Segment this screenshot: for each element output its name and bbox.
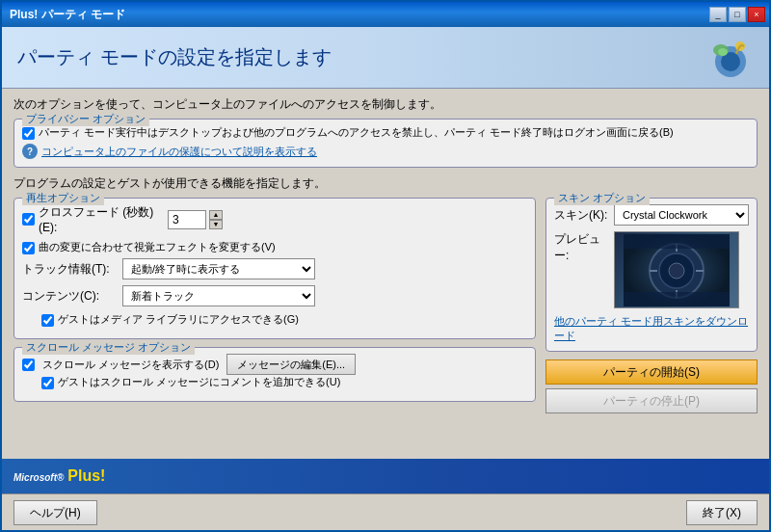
media-lib-checkbox[interactable] (41, 314, 54, 327)
skin-preview-svg (624, 234, 730, 306)
titlebar-buttons: _ □ × (709, 7, 765, 22)
media-lib-label: ゲストはメディア ライブラリにアクセスできる(G) (58, 312, 299, 327)
crossfade-checkbox[interactable] (22, 213, 35, 226)
scroll-label: スクロール メッセージを表示する(D) (42, 358, 219, 372)
content-label: コンテンツ(C): (22, 288, 119, 305)
privacy-link-row: ? コンピュータ上のファイルの保護について説明を表示する (22, 144, 749, 159)
right-column: スキン オプション スキン(K): Crystal Clockwork プレビュ… (545, 198, 758, 413)
skin-preview-row: プレビュー: (554, 231, 749, 308)
privacy-group: プライバシー オプション パーティ モード実行中はデスクトップおよび他のプログラ… (13, 119, 758, 168)
content-area: 次のオプションを使って、コンピュータ上のファイルへのアクセスを制御します。 プラ… (2, 89, 769, 459)
exit-button[interactable]: 終了(X) (686, 500, 758, 525)
footer: Microsoft® Plus! (2, 459, 769, 493)
content-row: コンテンツ(C): 新着トラック (22, 285, 527, 306)
edit-message-button[interactable]: メッセージの編集(E)... (226, 354, 356, 375)
crossfade-row: クロスフェード (秒数)(E): ▲ ▼ (22, 204, 527, 234)
playback-group: 再生オプション クロスフェード (秒数)(E): ▲ ▼ (13, 198, 536, 339)
crossfade-spinner: ▲ ▼ (209, 210, 223, 229)
scroll-group: スクロール メッセージ オプション スクロール メッセージを表示する(D) メッ… (13, 347, 536, 402)
crossfade-down[interactable]: ▼ (209, 220, 223, 229)
main-window: Plus! パーティ モード _ □ × パーティ モードの設定を指定します 次… (0, 0, 771, 532)
scroll-checkbox-row: スクロール メッセージを表示する(D) メッセージの編集(E)... (22, 354, 527, 375)
crossfade-label: クロスフェード (秒数)(E): (39, 204, 164, 234)
svg-point-3 (718, 48, 728, 56)
skin-select-row: スキン(K): Crystal Clockwork (554, 204, 749, 226)
party-start-button[interactable]: パーティの開始(S) (545, 359, 758, 385)
track-info-label: トラック情報(T): (22, 261, 119, 278)
skin-select[interactable]: Crystal Clockwork (614, 204, 749, 226)
track-info-row: トラック情報(T): 起動/終了時に表示する (22, 258, 527, 279)
privacy-checkbox-row: パーティ モード実行中はデスクトップおよび他のプログラムへのアクセスを禁止し、パ… (22, 125, 749, 140)
visual-label: 曲の変更に合わせて視覚エフェクトを変更する(V) (39, 240, 276, 254)
svg-rect-14 (624, 292, 730, 306)
svg-point-8 (669, 263, 684, 279)
skin-download-link[interactable]: 他のパーティ モード用スキンをダウンロード (554, 314, 749, 343)
skin-preview (614, 231, 739, 308)
scroll-checkbox[interactable] (22, 359, 35, 371)
svg-rect-13 (624, 234, 730, 249)
skin-label: スキン(K): (554, 207, 608, 224)
privacy-description: 次のオプションを使って、コンピュータ上のファイルへのアクセスを制御します。 (13, 96, 758, 113)
visual-checkbox[interactable] (22, 242, 35, 254)
titlebar-title: Plus! パーティ モード (10, 7, 125, 23)
minimize-button[interactable]: _ (709, 7, 727, 22)
close-button[interactable]: × (748, 7, 765, 22)
skin-group-title: スキン オプション (554, 191, 650, 205)
privacy-help-link[interactable]: コンピュータ上のファイルの保護について説明を表示する (41, 145, 317, 159)
header-icon (707, 35, 754, 81)
guest-comment-row: ゲストはスクロール メッセージにコメントを追加できる(U) (41, 375, 527, 389)
guest-comment-checkbox[interactable] (41, 377, 54, 389)
privacy-group-title: プライバシー オプション (22, 112, 149, 126)
program-description: プログラムの設定とゲストが使用できる機能を指定します。 (13, 175, 758, 192)
playback-group-title: 再生オプション (22, 191, 104, 205)
header-title: パーティ モードの設定を指定します (17, 44, 332, 70)
left-column: 再生オプション クロスフェード (秒数)(E): ▲ ▼ (13, 198, 536, 413)
content-select[interactable]: 新着トラック (122, 285, 315, 306)
action-buttons: パーティの開始(S) パーティの停止(P) (545, 359, 758, 413)
help-circle-icon: ? (22, 144, 38, 159)
plus-text: Plus! (67, 467, 105, 484)
visual-checkbox-row: 曲の変更に合わせて視覚エフェクトを変更する(V) (22, 240, 527, 254)
track-info-select[interactable]: 起動/終了時に表示する (122, 258, 315, 279)
guest-comment-label: ゲストはスクロール メッセージにコメントを追加できる(U) (58, 375, 340, 389)
party-stop-button[interactable]: パーティの停止(P) (545, 388, 758, 413)
help-button[interactable]: ヘルプ(H) (13, 500, 97, 525)
two-col-layout: 再生オプション クロスフェード (秒数)(E): ▲ ▼ (13, 198, 758, 413)
header: パーティ モードの設定を指定します (2, 27, 769, 89)
crossfade-up[interactable]: ▲ (209, 210, 223, 220)
plus-logo: Microsoft® Plus! (13, 467, 105, 485)
privacy-checkbox[interactable] (22, 127, 35, 140)
bottom-bar: ヘルプ(H) 終了(X) (2, 493, 769, 530)
maximize-button[interactable]: □ (729, 7, 746, 22)
titlebar: Plus! パーティ モード _ □ × (2, 2, 769, 27)
scroll-group-title: スクロール メッセージ オプション (22, 340, 195, 355)
skin-preview-inner (615, 232, 738, 307)
preview-label: プレビュー: (554, 231, 608, 264)
crossfade-input[interactable] (168, 210, 206, 229)
ms-text: Microsoft® (13, 472, 64, 483)
privacy-checkbox-label: パーティ モード実行中はデスクトップおよび他のプログラムへのアクセスを禁止し、パ… (39, 125, 674, 140)
media-lib-row: ゲストはメディア ライブラリにアクセスできる(G) (41, 312, 527, 327)
skin-group: スキン オプション スキン(K): Crystal Clockwork プレビュ… (545, 198, 758, 352)
